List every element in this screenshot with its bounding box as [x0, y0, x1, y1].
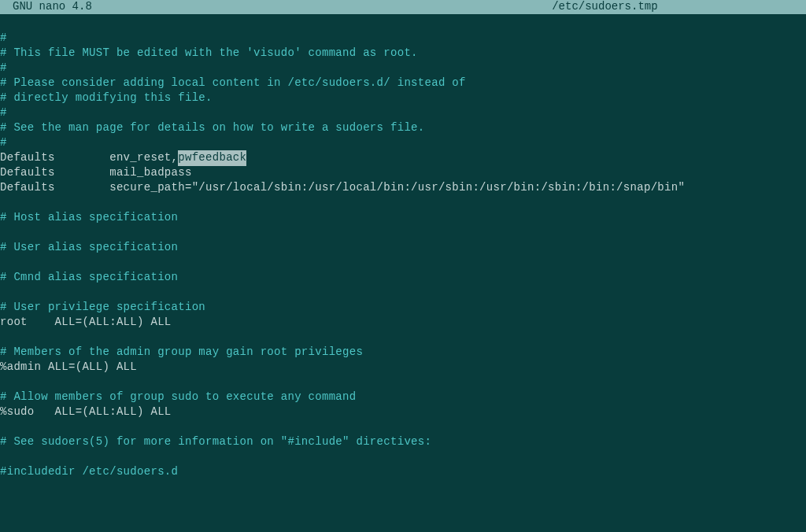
editor-line[interactable]: root ALL=(ALL:ALL) ALL	[0, 316, 806, 331]
editor-line[interactable]: # See the man page for details on how to…	[0, 121, 806, 136]
app-name: GNU nano 4.8	[3, 0, 92, 15]
editor-line[interactable]: #	[0, 136, 806, 151]
line-text: # Host alias specification	[0, 210, 178, 226]
editor-line[interactable]: %admin ALL=(ALL) ALL	[0, 360, 806, 375]
editor-line[interactable]	[0, 331, 806, 345]
editor-line[interactable]: Defaults mail_badpass	[0, 166, 806, 181]
editor-line[interactable]	[0, 286, 806, 301]
editor-line[interactable]: # Members of the admin group may gain ro…	[0, 345, 806, 360]
line-text: #includedir /etc/sudoers.d	[0, 464, 178, 480]
line-text: # Members of the admin group may gain ro…	[0, 345, 363, 360]
editor-line[interactable]: # User privilege specification	[0, 301, 806, 316]
editor-line[interactable]: #	[0, 106, 806, 121]
line-text: Defaults env_reset,	[0, 150, 178, 166]
editor-line[interactable]	[0, 420, 806, 435]
line-text: # User privilege specification	[0, 300, 205, 316]
editor-content[interactable]: ## This file MUST be edited with the 'vi…	[0, 14, 806, 482]
titlebar: GNU nano 4.8 /etc/sudoers.tmp	[0, 0, 806, 14]
editor-line[interactable]	[0, 256, 806, 271]
editor-line[interactable]: # See sudoers(5) for more information on…	[0, 435, 806, 450]
line-text: root ALL=(ALL:ALL) ALL	[0, 315, 172, 331]
line-text: # Cmnd alias specification	[0, 270, 178, 286]
line-text: #	[0, 135, 7, 151]
line-text: Defaults secure_path="/usr/local/sbin:/u…	[0, 180, 685, 196]
line-text: Defaults mail_badpass	[0, 165, 192, 181]
line-text: # User alias specification	[0, 240, 178, 256]
editor-line[interactable]: #	[0, 31, 806, 46]
line-text: # This file MUST be edited with the 'vis…	[0, 46, 418, 61]
editor-line[interactable]: Defaults env_reset,pwfeedback	[0, 151, 806, 166]
editor-line[interactable]: # This file MUST be edited with the 'vis…	[0, 46, 806, 61]
filename: /etc/sudoers.tmp	[92, 0, 803, 15]
editor-line[interactable]: # Cmnd alias specification	[0, 271, 806, 286]
editor-line[interactable]	[0, 375, 806, 390]
editor-line[interactable]: Defaults secure_path="/usr/local/sbin:/u…	[0, 181, 806, 196]
editor-line[interactable]: #	[0, 61, 806, 76]
editor-line[interactable]: # directly modifying this file.	[0, 91, 806, 106]
editor-line[interactable]: # User alias specification	[0, 241, 806, 256]
line-text: # See sudoers(5) for more information on…	[0, 434, 431, 450]
line-text: # Please consider adding local content i…	[0, 76, 466, 91]
line-text: #	[0, 105, 7, 121]
editor-line[interactable]: # Allow members of group sudo to execute…	[0, 390, 806, 405]
editor-line[interactable]: # Host alias specification	[0, 211, 806, 226]
editor-line[interactable]	[0, 226, 806, 241]
editor-line[interactable]: #includedir /etc/sudoers.d	[0, 465, 806, 480]
line-text: #	[0, 61, 7, 76]
highlighted-text: pwfeedback	[178, 150, 246, 166]
editor-line[interactable]	[0, 196, 806, 211]
line-text: # See the man page for details on how to…	[0, 120, 424, 136]
editor-line[interactable]	[0, 450, 806, 465]
line-text: %admin ALL=(ALL) ALL	[0, 360, 137, 375]
line-text: #	[0, 31, 7, 46]
line-text: # Allow members of group sudo to execute…	[0, 390, 356, 405]
editor-line[interactable]: %sudo ALL=(ALL:ALL) ALL	[0, 405, 806, 420]
line-text: # directly modifying this file.	[0, 91, 213, 106]
line-text: %sudo ALL=(ALL:ALL) ALL	[0, 405, 172, 420]
editor-line[interactable]: # Please consider adding local content i…	[0, 76, 806, 91]
